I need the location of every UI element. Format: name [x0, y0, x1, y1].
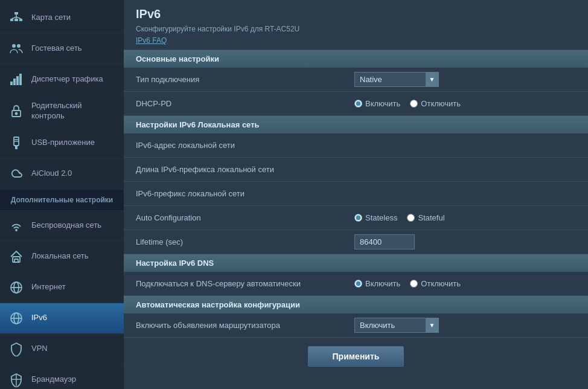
svg-point-15	[16, 112, 18, 114]
section-header-dns: Настройка IPv6 DNS	[124, 254, 588, 272]
sidebar: Карта сетиГостевая сетьДиспетчер трафика…	[0, 0, 124, 389]
sidebar-label-traffic-manager: Диспетчер трафика	[31, 74, 103, 85]
svg-rect-11	[13, 79, 16, 85]
form-label-ipv6-prefix-len: Длина IPv6-префикса локальной сети	[124, 160, 347, 179]
section-autoconfig: Автоматическая настройка конфигурацииВкл…	[124, 296, 588, 338]
internet-icon	[7, 278, 25, 297]
sidebar-label-vpn: VPN	[31, 344, 48, 354]
svg-rect-22	[14, 259, 18, 262]
sidebar-item-aicloud[interactable]: AiCloud 2.0	[0, 159, 124, 190]
sidebar-item-guest-network[interactable]: Гостевая сеть	[0, 33, 124, 64]
radio-text-auto-config-stateful: Stateful	[418, 213, 444, 222]
sidebar-item-network-map[interactable]: Карта сети	[0, 2, 124, 33]
section-header-basic: Основные настройки	[124, 50, 588, 68]
radio-label-dhcp-pd-on[interactable]: Включить	[354, 99, 400, 108]
radio-input-dns-auto-on[interactable]	[354, 280, 362, 288]
page-subtitle: Сконфигурируйте настройки IPv6 для RT-AC…	[136, 25, 576, 33]
form-row-connection-type: Тип подключенияNativeDisabledAutomaticDH…	[124, 68, 588, 92]
form-label-connection-type: Тип подключения	[124, 70, 347, 89]
sidebar-label-lan: Локальная сеть	[31, 251, 88, 262]
section-basic: Основные настройкиТип подключенияNativeD…	[124, 50, 588, 116]
section-lan-ipv6: Настройки IPv6 Локальная сетьIPv6-адрес …	[124, 116, 588, 254]
radio-group-auto-config: StatelessStateful	[354, 213, 445, 222]
svg-rect-0	[14, 12, 18, 14]
radio-text-dns-auto-on: Включить	[365, 279, 400, 288]
form-label-ipv6-lan-addr: IPv6-адрес локальной сети	[124, 136, 347, 155]
sidebar-label-guest-network: Гостевая сеть	[31, 43, 82, 54]
section-dns: Настройка IPv6 DNSПодключаться к DNS-сер…	[124, 254, 588, 296]
radio-input-auto-config-stateful[interactable]	[407, 214, 415, 222]
cloud-icon	[7, 165, 25, 183]
form-value-dns-auto: ВключитьОтключить	[347, 275, 588, 292]
sidebar-item-firewall[interactable]: Брандмауэр	[0, 365, 124, 389]
ipv6-faq-link[interactable]: IPv6 FAQ	[136, 36, 167, 45]
svg-line-5	[12, 17, 17, 19]
svg-rect-1	[10, 19, 13, 21]
sidebar-item-wireless[interactable]: Беспроводная сеть	[0, 211, 124, 242]
sidebar-item-usb-app[interactable]: USB-приложение	[0, 128, 124, 159]
form-row-dhcp-pd: DHCP-PDВключитьОтключить	[124, 92, 588, 116]
radio-group-dhcp-pd: ВключитьОтключить	[354, 99, 461, 108]
section-header-lan-ipv6: Настройки IPv6 Локальная сеть	[124, 116, 588, 133]
svg-rect-2	[14, 19, 18, 21]
apply-section: Применить	[124, 338, 588, 375]
page-title: IPv6	[136, 7, 576, 21]
form-value-ipv6-lan-addr	[347, 142, 588, 149]
sections-container: Основные настройкиТип подключенияNativeD…	[124, 50, 588, 338]
svg-point-8	[12, 44, 16, 48]
radio-label-dns-auto-on[interactable]: Включить	[354, 279, 400, 288]
sidebar-item-ipv6[interactable]: IPv6	[0, 303, 124, 334]
svg-rect-3	[19, 19, 22, 21]
select-wrapper-router-announce: ВключитьОтключить▼	[354, 318, 439, 333]
traffic-icon	[7, 70, 25, 88]
sidebar-label-parental-control: Родительский контроль	[31, 101, 117, 121]
form-row-router-announce: Включить объявления маршрутизатораВключи…	[124, 313, 588, 338]
radio-label-auto-config-stateless[interactable]: Stateless	[354, 213, 397, 222]
home-icon	[7, 248, 25, 266]
sidebar-label-aicloud: AiCloud 2.0	[31, 169, 72, 179]
select-router-announce[interactable]: ВключитьОтключить	[354, 318, 439, 333]
sidebar-label-ipv6: IPv6	[31, 313, 47, 323]
radio-input-dhcp-pd-on[interactable]	[354, 100, 362, 108]
form-row-dns-auto: Подключаться к DNS-серверу автоматически…	[124, 272, 588, 296]
form-value-ipv6-prefix	[347, 190, 588, 198]
radio-text-dns-auto-off: Отключить	[421, 279, 461, 288]
sidebar-label-wireless: Беспроводная сеть	[31, 220, 101, 231]
radio-label-auto-config-stateful[interactable]: Stateful	[407, 213, 444, 222]
form-label-router-announce: Включить объявления маршрутизатора	[124, 316, 347, 335]
svg-point-9	[17, 44, 21, 48]
sidebar-label-firewall: Брандмауэр	[31, 375, 76, 385]
section-header-autoconfig: Автоматическая настройка конфигурации	[124, 296, 588, 313]
form-value-dhcp-pd: ВключитьОтключить	[347, 95, 588, 112]
radio-input-dns-auto-off[interactable]	[410, 280, 418, 288]
sidebar-label-usb-app: USB-приложение	[31, 138, 95, 148]
svg-point-20	[16, 230, 17, 231]
parental-icon	[7, 102, 25, 120]
form-label-dns-auto: Подключаться к DNS-серверу автоматически	[124, 274, 347, 293]
radio-input-auto-config-stateless[interactable]	[354, 214, 362, 222]
svg-rect-17	[15, 146, 18, 149]
vpn-icon	[7, 340, 25, 358]
input-lifetime[interactable]	[354, 234, 415, 249]
form-row-auto-config: Auto ConfigurationStatelessStateful	[124, 206, 588, 230]
form-row-ipv6-prefix-len: Длина IPv6-префикса локальной сети	[124, 158, 588, 182]
radio-text-dhcp-pd-off: Отключить	[421, 99, 461, 108]
sidebar-item-traffic-manager[interactable]: Диспетчер трафика	[0, 64, 124, 95]
apply-button[interactable]: Применить	[308, 346, 404, 367]
sidebar-item-parental-control[interactable]: Родительский контроль	[0, 95, 124, 128]
select-connection-type[interactable]: NativeDisabledAutomaticDHCPv6Static IPv6…	[354, 72, 439, 87]
radio-input-dhcp-pd-off[interactable]	[410, 100, 418, 108]
sidebar-item-lan[interactable]: Локальная сеть	[0, 242, 124, 272]
sidebar-item-vpn[interactable]: VPN	[0, 334, 124, 365]
sidebar-item-internet[interactable]: Интернет	[0, 272, 124, 303]
radio-label-dhcp-pd-off[interactable]: Отключить	[410, 99, 461, 108]
radio-label-dns-auto-off[interactable]: Отключить	[410, 279, 461, 288]
radio-text-dhcp-pd-on: Включить	[365, 99, 400, 108]
svg-rect-10	[10, 82, 13, 85]
svg-rect-13	[19, 74, 22, 85]
form-label-ipv6-prefix: IPv6-префикс локальной сети	[124, 184, 347, 203]
sidebar-section-advanced-settings: Дополнительные настройки	[0, 190, 124, 211]
guest-icon	[7, 39, 25, 57]
form-value-ipv6-prefix-len	[347, 166, 588, 173]
sidebar-label-network-map: Карта сети	[31, 13, 71, 23]
